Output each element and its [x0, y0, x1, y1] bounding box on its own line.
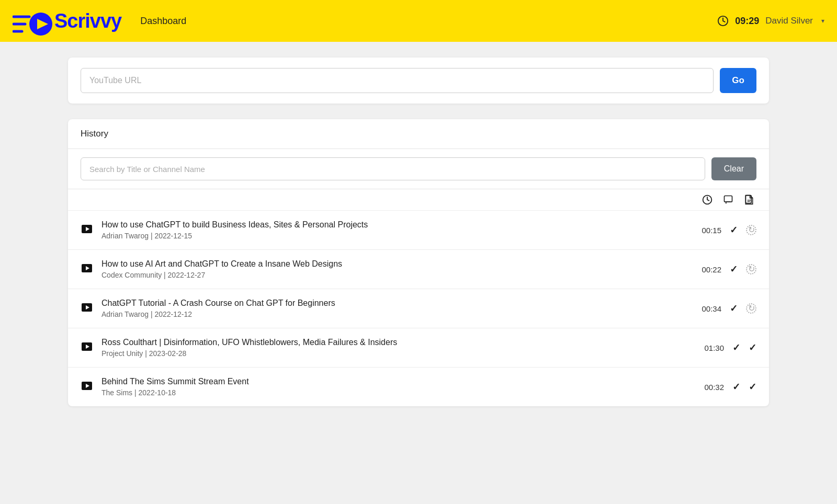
url-input-row: Go	[81, 68, 756, 93]
nav-dashboard[interactable]: Dashboard	[140, 16, 186, 27]
item-actions: 00:22 ✓ ↻	[683, 264, 756, 275]
col-clock-icon	[702, 194, 712, 205]
col-comment-icon	[723, 194, 733, 205]
history-list: How to use ChatGPT to build Business Ide…	[68, 211, 769, 406]
check2-icon: ✓	[749, 342, 756, 353]
check1-icon: ✓	[732, 381, 740, 393]
item-actions: 00:15 ✓ ↻	[683, 224, 756, 236]
item-title: Ross Coulthart | Disinformation, UFO Whi…	[101, 338, 675, 347]
video-play-icon	[81, 223, 93, 238]
main-content: Go History Clear	[58, 42, 779, 422]
spinner-icon: ↻	[746, 303, 756, 314]
item-duration: 00:15	[702, 226, 721, 235]
item-meta: Adrian Twarog | 2022-12-12	[101, 310, 675, 318]
url-section: Go	[68, 58, 769, 104]
item-title: How to use AI Art and ChatGPT to Create …	[101, 259, 675, 269]
check1-icon: ✓	[730, 224, 738, 236]
clock-time: 09:29	[735, 16, 759, 27]
item-meta: Project Unity | 2023-02-28	[101, 349, 675, 358]
history-item[interactable]: How to use ChatGPT to build Business Ide…	[68, 211, 769, 250]
video-play-icon	[81, 301, 93, 316]
item-info: Behind The Sims Summit Stream Event The …	[101, 377, 675, 397]
item-meta: Codex Community | 2022-12-27	[101, 271, 675, 279]
history-header: History	[68, 119, 769, 149]
item-info: How to use AI Art and ChatGPT to Create …	[101, 259, 675, 279]
item-info: How to use ChatGPT to build Business Ide…	[101, 220, 675, 240]
item-info: ChatGPT Tutorial - A Crash Course on Cha…	[101, 299, 675, 318]
check2-icon: ✓	[749, 381, 756, 393]
item-title: ChatGPT Tutorial - A Crash Course on Cha…	[101, 299, 675, 308]
check1-icon: ✓	[732, 342, 740, 353]
check1-icon: ✓	[730, 264, 738, 275]
search-input[interactable]	[81, 157, 705, 180]
video-play-icon	[81, 380, 93, 395]
youtube-url-input[interactable]	[81, 68, 714, 93]
item-title: Behind The Sims Summit Stream Event	[101, 377, 675, 386]
user-name[interactable]: David Silver	[765, 16, 813, 26]
chevron-down-icon[interactable]: ▾	[821, 17, 824, 25]
search-row: Clear	[68, 149, 769, 189]
history-item[interactable]: ChatGPT Tutorial - A Crash Course on Cha…	[68, 289, 769, 328]
spinner-icon: ↻	[746, 264, 756, 274]
item-title: How to use ChatGPT to build Business Ide…	[101, 220, 675, 230]
item-meta: The Sims | 2022-10-18	[101, 388, 675, 397]
col-document-icon	[744, 194, 754, 205]
clear-button[interactable]: Clear	[711, 157, 756, 180]
logo-container: Scrivvy	[13, 5, 121, 37]
header-right: 09:29 David Silver ▾	[717, 15, 824, 27]
history-item[interactable]: How to use AI Art and ChatGPT to Create …	[68, 250, 769, 289]
logo-text: Scrivvy	[54, 10, 121, 32]
svg-rect-7	[725, 196, 732, 202]
history-title: History	[81, 129, 108, 139]
go-button[interactable]: Go	[720, 68, 756, 93]
history-item[interactable]: Ross Coulthart | Disinformation, UFO Whi…	[68, 328, 769, 368]
video-play-icon	[81, 340, 93, 356]
spinner-icon: ↻	[746, 225, 756, 235]
item-meta: Adrian Twarog | 2022-12-15	[101, 232, 675, 240]
item-actions: 01:30 ✓ ✓	[683, 342, 756, 353]
app-header: Scrivvy Dashboard 09:29 David Silver ▾	[0, 0, 837, 42]
item-actions: 00:34 ✓ ↻	[683, 303, 756, 314]
item-duration: 00:22	[702, 265, 721, 274]
history-item[interactable]: Behind The Sims Summit Stream Event The …	[68, 368, 769, 406]
item-duration: 00:32	[704, 383, 724, 392]
history-section: History Clear	[68, 119, 769, 406]
item-duration: 00:34	[702, 304, 721, 313]
column-icons-row	[68, 189, 769, 211]
item-actions: 00:32 ✓ ✓	[683, 381, 756, 393]
check1-icon: ✓	[730, 303, 738, 314]
item-duration: 01:30	[704, 343, 724, 352]
video-play-icon	[81, 262, 93, 277]
clock-icon	[717, 15, 729, 27]
svg-rect-8	[745, 196, 751, 203]
header-left: Scrivvy Dashboard	[13, 5, 186, 37]
logo-icon	[13, 5, 54, 37]
item-info: Ross Coulthart | Disinformation, UFO Whi…	[101, 338, 675, 358]
